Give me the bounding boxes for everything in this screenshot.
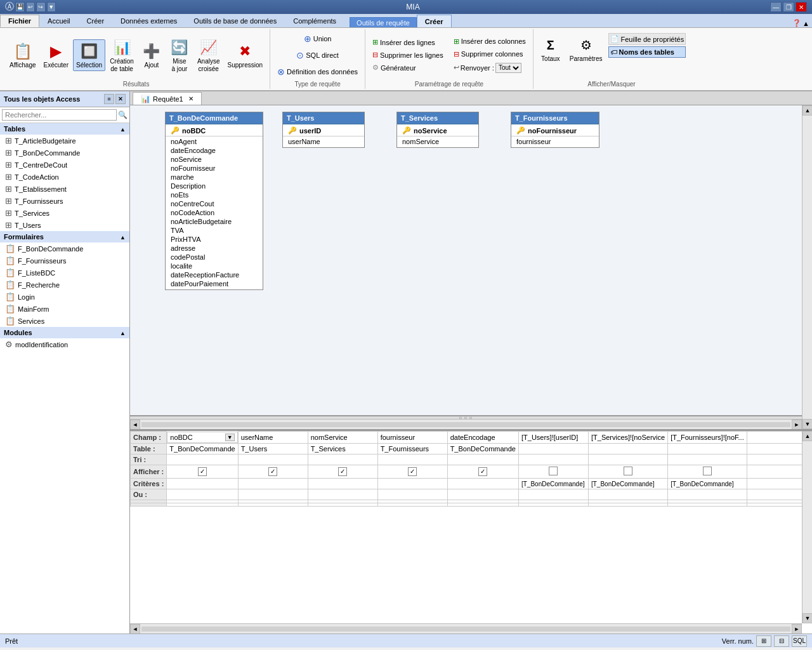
table-cell-5[interactable]: T_BonDeCommande [447, 443, 518, 454]
criteres-cell-8[interactable]: [T_BonDeCommande] [668, 478, 747, 489]
afficher-cell-4[interactable] [377, 465, 447, 478]
afficher-cell-8[interactable] [668, 465, 747, 478]
afficher-cell-6[interactable] [518, 465, 588, 478]
section-tables[interactable]: Tables [0, 123, 129, 135]
afficher-cell-5[interactable] [447, 465, 518, 478]
view-btn-sql[interactable]: SQL [792, 635, 807, 647]
ou-cell-3[interactable] [308, 489, 377, 500]
afficher-checkbox-8[interactable] [703, 467, 712, 475]
list-item[interactable]: 📋 MainForm [0, 303, 129, 315]
criteres-cell-1[interactable] [167, 478, 238, 489]
redo[interactable]: ↪ [36, 2, 45, 12]
noms-tables-btn[interactable]: 🏷 Noms des tables [608, 46, 686, 58]
criteres-cell-4[interactable] [377, 478, 447, 489]
afficher-checkbox-7[interactable] [624, 467, 632, 475]
quick-save[interactable]: 💾 [15, 2, 24, 12]
tri-cell-1[interactable] [167, 454, 238, 465]
table-cell-7[interactable] [588, 443, 667, 454]
tab-fichier[interactable]: Fichier [0, 15, 39, 27]
search-input[interactable] [2, 109, 117, 121]
list-item[interactable]: ⊞ T_CodeAction [0, 171, 129, 183]
afficher-checkbox-2[interactable] [268, 467, 277, 476]
table-cell-3[interactable]: T_Services [308, 443, 377, 454]
grid-h-scrollbar[interactable]: ◄ ► [130, 623, 802, 633]
renvoyer-select[interactable]: Tout [495, 63, 521, 73]
grid-v-scrollbar[interactable]: ▲ ▼ [802, 431, 812, 623]
list-item[interactable]: ⊞ T_BonDeCommande [0, 147, 129, 159]
scroll-right[interactable]: ► [792, 420, 802, 430]
v-scrollbar[interactable]: ▲ ▼ [802, 105, 812, 429]
tab-donnees-externes[interactable]: Données externes [112, 13, 185, 27]
afficher-checkbox-5[interactable] [478, 467, 487, 476]
renvoyer-btn[interactable]: ↩ Renvoyer : Tout [450, 61, 529, 75]
minimize-btn[interactable]: — [770, 2, 782, 12]
quick-access-more[interactable]: ▼ [47, 2, 56, 12]
requete1-tab[interactable]: 📊 Requête1 ✕ [133, 92, 202, 105]
champ-cell-7[interactable]: [T_Services]![noService [588, 432, 667, 444]
afficher-checkbox-6[interactable] [549, 467, 558, 475]
list-item[interactable]: ⊞ T_ArticleBudgetaire [0, 135, 129, 147]
ou-cell-5[interactable] [447, 489, 518, 500]
table-cell-4[interactable]: T_Fournisseurs [377, 443, 447, 454]
sql-direct-btn[interactable]: ⊙ SQL direct [293, 48, 342, 62]
tri-cell-9[interactable] [747, 454, 802, 465]
mise-a-jour-btn[interactable]: 🔄 Miseà jour [166, 36, 193, 75]
feuille-proprietes-btn[interactable]: 📄 Feuille de propriétés [608, 33, 686, 45]
ou-cell-1[interactable] [167, 489, 238, 500]
ou-cell-7[interactable] [588, 489, 667, 500]
list-item[interactable]: ⊞ T_Services [0, 207, 129, 219]
tri-cell-4[interactable] [377, 454, 447, 465]
criteres-cell-5[interactable] [447, 478, 518, 489]
close-btn[interactable]: ✕ [796, 2, 807, 12]
list-item[interactable]: 📋 Services [0, 315, 129, 327]
section-modules[interactable]: Modules [0, 327, 129, 338]
view-btn-2[interactable]: ⊟ [774, 635, 789, 647]
grid-scroll-up[interactable]: ▲ [802, 431, 812, 441]
ou-cell-4[interactable] [377, 489, 447, 500]
ou-cell-9[interactable] [747, 489, 802, 500]
scroll-left[interactable]: ◄ [130, 420, 140, 430]
generateur-btn[interactable]: ⚙ Générateur [369, 62, 447, 74]
resize-handle[interactable]: ⠿⠿⠿ [130, 415, 802, 419]
ou-cell-6[interactable] [518, 489, 588, 500]
ajout-btn[interactable]: ➕ Ajout [138, 39, 165, 71]
maximize-btn[interactable]: ❐ [783, 2, 794, 12]
scroll-down[interactable]: ▼ [802, 419, 812, 429]
creation-table-btn[interactable]: 📊 Créationde table [107, 36, 137, 75]
tri-cell-6[interactable] [518, 454, 588, 465]
criteres-cell-7[interactable]: [T_BonDeCommande] [588, 478, 667, 489]
grid-scroll-left[interactable]: ◄ [130, 624, 140, 634]
afficher-checkbox-1[interactable] [198, 467, 207, 476]
champ-cell-9[interactable] [747, 432, 802, 444]
table-cell-6[interactable] [518, 443, 588, 454]
champ-cell-6[interactable]: [T_Users]![userID] [518, 432, 588, 444]
parametres-btn[interactable]: ⚙ Paramètres [566, 33, 606, 65]
help-icon[interactable]: ❓ [792, 19, 801, 27]
afficher-cell-9[interactable] [747, 465, 802, 478]
champ-cell-4[interactable]: fournisseur [377, 432, 447, 444]
tab-creer[interactable]: Créer [79, 13, 113, 27]
criteres-cell-2[interactable] [238, 478, 308, 489]
list-item[interactable]: 📋 Login [0, 291, 129, 303]
panel-close[interactable]: ✕ [115, 94, 126, 104]
list-item[interactable]: ⊞ T_CentreDeCout [0, 159, 129, 171]
section-formulaires[interactable]: Formulaires [0, 231, 129, 242]
table-cell-8[interactable] [668, 443, 747, 454]
supprimer-lignes-btn[interactable]: ⊟ Supprimer les lignes [369, 49, 447, 61]
list-item[interactable]: ⊞ T_Fournisseurs [0, 195, 129, 207]
list-item[interactable]: 📋 F_Fournisseurs [0, 255, 129, 267]
list-item[interactable]: 📋 F_BonDeCommande [0, 242, 129, 255]
list-item[interactable]: 📋 F_Recherche [0, 279, 129, 291]
tri-cell-3[interactable] [308, 454, 377, 465]
criteres-cell-9[interactable] [747, 478, 802, 489]
tri-cell-8[interactable] [668, 454, 747, 465]
executer-btn[interactable]: ▶ Exécuter [41, 39, 72, 71]
tab-complements[interactable]: Compléments [285, 13, 344, 27]
grid-scroll-down[interactable]: ▼ [802, 613, 812, 623]
champ-cell-2[interactable]: userName [238, 432, 308, 444]
champ-cell-3[interactable]: nomService [308, 432, 377, 444]
view-btn-1[interactable]: ⊞ [756, 635, 771, 647]
afficher-cell-3[interactable] [308, 465, 377, 478]
inserer-colonnes-btn[interactable]: ⊞ Insérer des colonnes [450, 36, 529, 48]
table-cell-2[interactable]: T_Users [238, 443, 308, 454]
